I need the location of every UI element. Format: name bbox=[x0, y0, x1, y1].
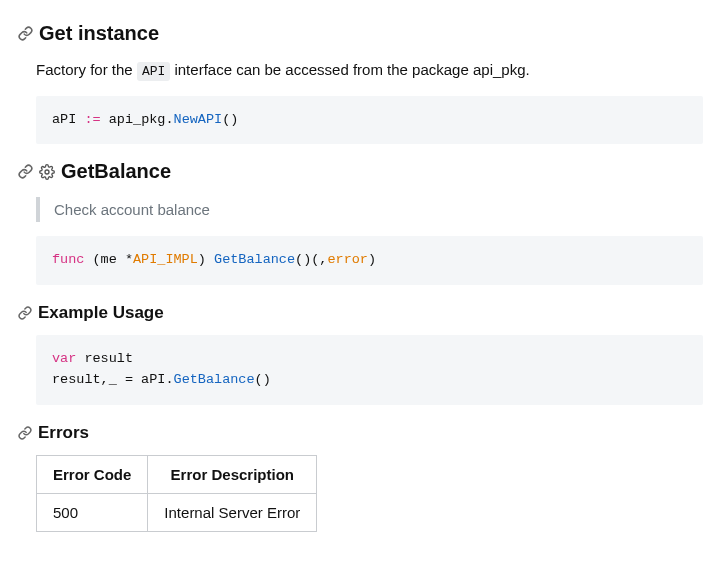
code-token: GetBalance bbox=[214, 252, 295, 267]
heading-get-instance: Get instance bbox=[18, 22, 703, 45]
code-get-balance: func (me *API_IMPL) GetBalance()(,error) bbox=[36, 236, 703, 285]
get-instance-description: Factory for the API interface can be acc… bbox=[36, 59, 703, 82]
code-token: func bbox=[52, 252, 84, 267]
code-token: () bbox=[222, 112, 238, 127]
table-row: 500 Internal Server Error bbox=[37, 494, 317, 532]
col-error-code: Error Code bbox=[37, 456, 148, 494]
table-header-row: Error Code Error Description bbox=[37, 456, 317, 494]
code-token: ()(, bbox=[295, 252, 327, 267]
note-text: Check account balance bbox=[54, 201, 210, 218]
link-icon[interactable] bbox=[18, 306, 32, 320]
code-token: () bbox=[255, 372, 271, 387]
code-token: error bbox=[327, 252, 368, 267]
code-token: API_IMPL bbox=[133, 252, 198, 267]
heading-text: Example Usage bbox=[38, 303, 164, 323]
heading-text: Errors bbox=[38, 423, 89, 443]
code-example-usage: var result result,_ = aPI.GetBalance() bbox=[36, 335, 703, 405]
code-token: me * bbox=[101, 252, 133, 267]
desc-text-prefix: Factory for the bbox=[36, 61, 137, 78]
link-icon[interactable] bbox=[18, 26, 33, 41]
cell-error-code: 500 bbox=[37, 494, 148, 532]
cell-error-description: Internal Server Error bbox=[148, 494, 317, 532]
link-icon[interactable] bbox=[18, 426, 32, 440]
inline-code-api: API bbox=[137, 62, 170, 81]
code-token: NewAPI bbox=[174, 112, 223, 127]
getbalance-note: Check account balance bbox=[36, 197, 703, 222]
code-get-instance: aPI := api_pkg.NewAPI() bbox=[36, 96, 703, 145]
desc-text-suffix: interface can be accessed from the packa… bbox=[170, 61, 529, 78]
code-token: GetBalance bbox=[174, 372, 255, 387]
svg-point-0 bbox=[45, 170, 49, 174]
heading-errors: Errors bbox=[18, 423, 703, 443]
code-token: := bbox=[84, 112, 100, 127]
heading-text: GetBalance bbox=[61, 160, 171, 183]
col-error-description: Error Description bbox=[148, 456, 317, 494]
link-icon[interactable] bbox=[18, 164, 33, 179]
code-token: var bbox=[52, 351, 76, 366]
code-token: ) bbox=[198, 252, 214, 267]
heading-example-usage: Example Usage bbox=[18, 303, 703, 323]
code-token: aPI bbox=[52, 112, 76, 127]
heading-text: Get instance bbox=[39, 22, 159, 45]
code-token: ) bbox=[368, 252, 376, 267]
code-token: ( bbox=[84, 252, 100, 267]
code-token: result,_ = aPI. bbox=[52, 372, 174, 387]
errors-table: Error Code Error Description 500 Interna… bbox=[36, 455, 317, 532]
heading-get-balance: GetBalance bbox=[18, 160, 703, 183]
gear-icon bbox=[39, 164, 55, 180]
code-token: api_pkg. bbox=[101, 112, 174, 127]
code-token: result bbox=[76, 351, 133, 366]
